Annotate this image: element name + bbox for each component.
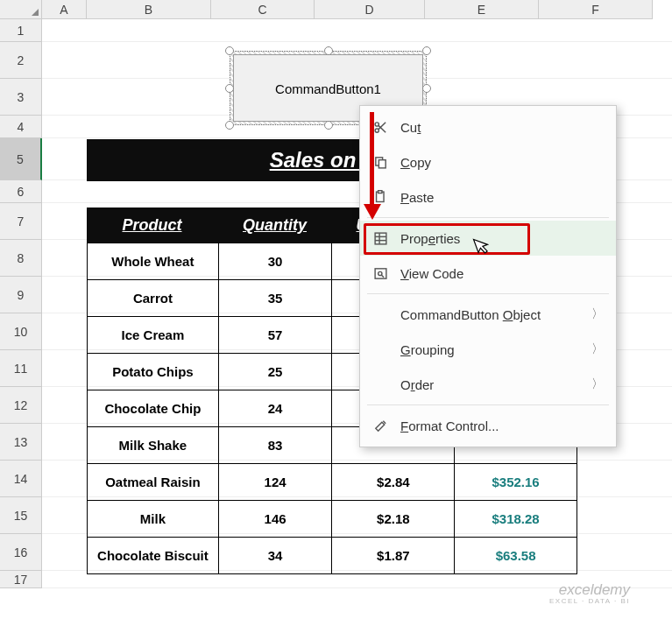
cell[interactable]: 57 — [218, 317, 332, 354]
cell[interactable]: Chocolate Chip — [88, 390, 219, 427]
cell[interactable]: 146 — [218, 501, 332, 538]
header-product: Product — [87, 207, 218, 243]
cell[interactable]: $2.18 — [332, 501, 455, 538]
row-header-17[interactable]: 17 — [0, 571, 42, 588]
menu-label: Grouping — [400, 342, 591, 357]
cell[interactable]: 30 — [218, 243, 332, 280]
col-header-A[interactable]: A — [42, 0, 87, 19]
row-header-9[interactable]: 9 — [0, 277, 42, 313]
scissors-icon — [369, 119, 392, 135]
row-header-11[interactable]: 11 — [0, 350, 42, 387]
cell[interactable]: $1.87 — [332, 538, 455, 574]
svg-line-12 — [381, 275, 384, 278]
resize-handle[interactable] — [422, 84, 431, 93]
row-header-2[interactable]: 2 — [0, 42, 42, 79]
svg-point-0 — [375, 123, 378, 126]
menu-label: Copy — [400, 155, 604, 170]
menu-view-code[interactable]: View Code — [360, 256, 616, 291]
svg-point-1 — [375, 129, 378, 132]
menu-label: Paste — [400, 190, 604, 205]
row-header-1[interactable]: 1 — [0, 19, 42, 42]
resize-handle[interactable] — [422, 46, 431, 55]
row-header-12[interactable]: 12 — [0, 387, 42, 424]
row-header-5[interactable]: 5 — [0, 138, 42, 180]
cell[interactable]: Whole Wheat — [88, 243, 219, 280]
menu-separator — [367, 293, 609, 294]
paste-icon — [369, 189, 392, 205]
row-header-16[interactable]: 16 — [0, 534, 42, 571]
col-header-D[interactable]: D — [315, 0, 425, 19]
cell[interactable]: 25 — [218, 354, 332, 390]
menu-order[interactable]: Order 〉 — [360, 367, 616, 402]
row-header-15[interactable]: 15 — [0, 497, 42, 534]
watermark: exceldemy EXCEL · DATA · BI — [549, 582, 630, 605]
svg-rect-3 — [378, 160, 386, 168]
menu-label: Properties — [400, 231, 604, 246]
col-header-C[interactable]: C — [211, 0, 315, 19]
chevron-right-icon: 〉 — [591, 376, 604, 392]
context-menu: Cut Copy Paste Properties View Code Comm… — [359, 105, 617, 447]
menu-label: CommandButton Object — [400, 307, 591, 322]
row-header-13[interactable]: 13 — [0, 424, 42, 461]
resize-handle[interactable] — [225, 121, 234, 130]
cell[interactable]: 124 — [218, 464, 332, 501]
row-header-3[interactable]: 3 — [0, 79, 42, 116]
cell[interactable]: $63.58 — [455, 538, 577, 574]
col-header-B[interactable]: B — [87, 0, 211, 19]
chevron-right-icon: 〉 — [591, 341, 604, 357]
menu-properties[interactable]: Properties — [360, 221, 616, 256]
watermark-logo: exceldemy — [549, 582, 630, 598]
cell[interactable]: 35 — [218, 280, 332, 317]
menu-grouping[interactable]: Grouping 〉 — [360, 332, 616, 367]
cell[interactable]: Oatmeal Raisin — [88, 464, 219, 501]
menu-paste[interactable]: Paste — [360, 179, 616, 215]
resize-handle[interactable] — [225, 46, 234, 55]
cell[interactable]: $318.28 — [455, 501, 577, 538]
menu-label: Order — [400, 377, 591, 392]
header-quantity: Quantity — [218, 207, 332, 243]
menu-commandbutton-object[interactable]: CommandButton Object 〉 — [360, 297, 616, 332]
row-header-10[interactable]: 10 — [0, 313, 42, 350]
menu-label: Format Control... — [400, 419, 604, 433]
cell[interactable]: $352.16 — [455, 464, 577, 501]
row-header-7[interactable]: 7 — [0, 203, 42, 240]
watermark-tag: EXCEL · DATA · BI — [549, 598, 630, 605]
resize-handle[interactable] — [324, 46, 333, 55]
cell[interactable]: 34 — [218, 538, 332, 574]
cell[interactable]: 83 — [218, 427, 332, 464]
row-header-14[interactable]: 14 — [0, 461, 42, 497]
menu-cut[interactable]: Cut — [360, 109, 616, 144]
cell[interactable]: Carrot — [88, 280, 219, 317]
col-header-F[interactable]: F — [539, 0, 653, 19]
resize-handle[interactable] — [225, 84, 234, 93]
menu-format-control[interactable]: Format Control... — [360, 408, 616, 443]
cell[interactable]: 24 — [218, 390, 332, 427]
format-icon — [369, 418, 392, 433]
row-header-8[interactable]: 8 — [0, 240, 42, 277]
select-all-corner[interactable] — [0, 0, 42, 19]
column-headers: A B C D E F — [0, 0, 672, 19]
menu-label: View Code — [400, 266, 604, 281]
col-header-E[interactable]: E — [425, 0, 539, 19]
svg-rect-10 — [375, 269, 386, 278]
cell[interactable]: Potato Chips — [88, 354, 219, 390]
svg-rect-6 — [375, 233, 386, 244]
code-icon — [369, 265, 392, 281]
copy-icon — [369, 154, 392, 170]
resize-handle[interactable] — [324, 121, 333, 130]
cell[interactable]: Chocolate Biscuit — [88, 538, 219, 574]
table-row: Oatmeal Raisin124$2.84$352.16 — [88, 464, 577, 501]
menu-label: Cut — [400, 120, 604, 135]
row-header-4[interactable]: 4 — [0, 116, 42, 138]
svg-rect-5 — [378, 191, 381, 193]
properties-icon — [369, 230, 392, 246]
cell[interactable]: $2.84 — [332, 464, 455, 501]
cell[interactable]: Ice Cream — [88, 317, 219, 354]
chevron-right-icon: 〉 — [591, 306, 604, 322]
cell[interactable]: Milk — [88, 501, 219, 538]
menu-separator — [367, 217, 609, 218]
cell[interactable]: Milk Shake — [88, 427, 219, 464]
menu-copy[interactable]: Copy — [360, 144, 616, 179]
menu-separator — [367, 404, 609, 405]
row-header-6[interactable]: 6 — [0, 180, 42, 203]
